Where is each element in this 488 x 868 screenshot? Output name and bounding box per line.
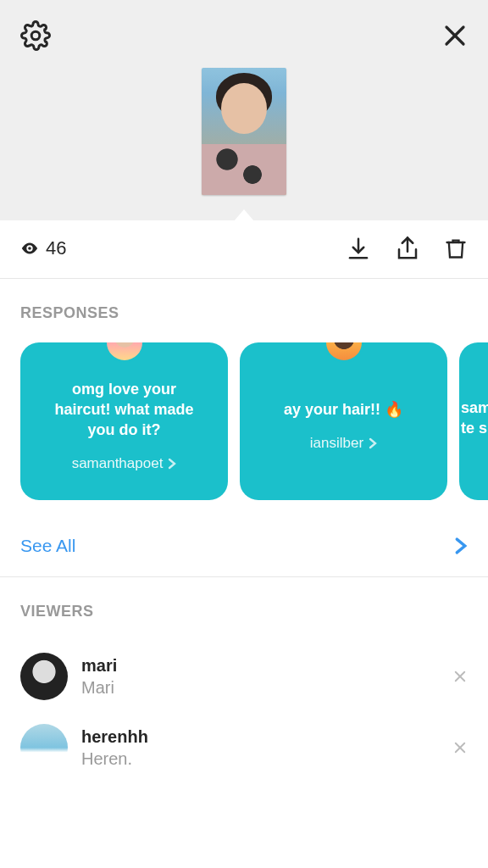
close-button[interactable] [442, 23, 468, 48]
viewer-displayname: Mari [81, 676, 439, 698]
see-all-row[interactable]: See All [0, 517, 488, 577]
avatar [20, 653, 68, 700]
see-all-link[interactable]: See All [20, 536, 75, 556]
avatar [104, 342, 145, 363]
view-count-value: 46 [46, 237, 66, 259]
close-icon [452, 740, 468, 755]
chevron-right-icon [168, 458, 176, 470]
response-text: omg love your haircut! what made you do … [42, 379, 206, 441]
viewer-username: mari [81, 654, 439, 676]
close-icon [442, 23, 468, 48]
delete-button[interactable] [444, 236, 468, 261]
viewer-username: herenhh [81, 726, 439, 748]
svg-point-0 [31, 31, 40, 40]
responses-section-label: RESPONSES [0, 279, 488, 342]
remove-viewer-button[interactable] [452, 740, 468, 755]
eye-icon [20, 239, 39, 258]
viewer-row[interactable]: mari Mari [20, 641, 468, 712]
trash-icon [444, 236, 468, 261]
response-username: iansilber [310, 435, 377, 452]
settings-button[interactable] [20, 20, 51, 51]
chevron-right-icon [454, 537, 468, 555]
view-count: 46 [20, 237, 66, 259]
responses-carousel[interactable]: omg love your haircut! what made you do … [0, 342, 488, 517]
download-button[interactable] [346, 236, 371, 261]
download-icon [346, 236, 371, 261]
close-icon [452, 669, 468, 684]
viewer-row[interactable]: herenhh Heren. [20, 712, 468, 783]
viewers-section-label: VIEWERS [0, 577, 488, 641]
remove-viewer-button[interactable] [452, 669, 468, 684]
response-card[interactable]: omg love your haircut! what made you do … [20, 342, 228, 500]
response-card[interactable]: ay your hair!! 🔥 iansilber [240, 342, 447, 500]
share-button[interactable] [395, 236, 420, 261]
response-text: sam te s [461, 398, 488, 439]
response-username: samanthapoet [72, 455, 177, 472]
avatar [20, 724, 68, 771]
response-card[interactable]: sam te s [459, 342, 488, 500]
svg-point-3 [28, 247, 31, 250]
story-thumbnail[interactable] [202, 68, 286, 195]
gear-icon [20, 20, 51, 51]
avatar [324, 342, 364, 363]
share-icon [395, 236, 420, 261]
response-text: ay your hair!! 🔥 [284, 399, 403, 420]
viewer-displayname: Heren. [81, 748, 439, 770]
chevron-right-icon [369, 437, 377, 449]
